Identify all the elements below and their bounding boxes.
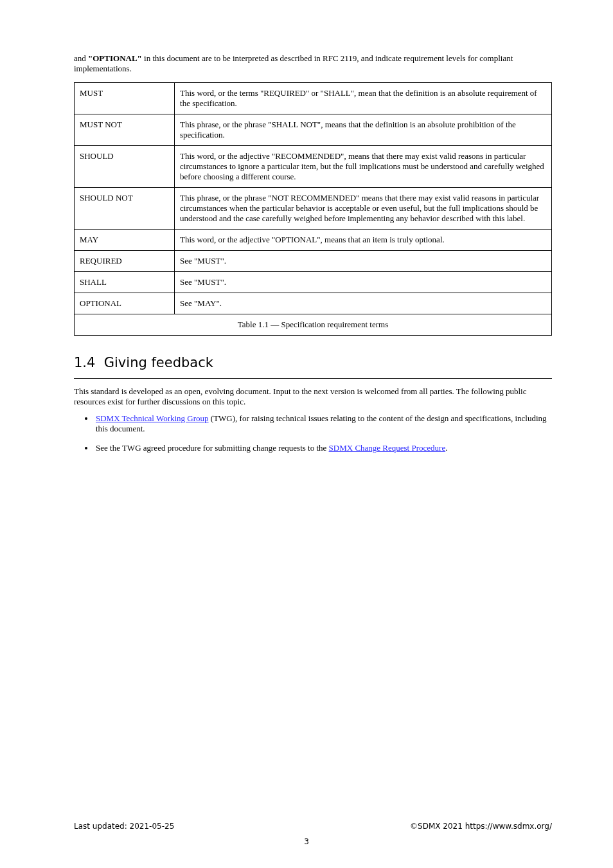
feedback-intro: This standard is developed as an open, e… [74,386,552,407]
term-cell: SHALL [75,272,175,293]
section-number: 1.4 [74,355,95,370]
table-row: MUST NOT This phrase, or the phrase "SHA… [75,114,552,146]
change-request-link[interactable]: SDMX Change Request Procedure [329,443,446,453]
table-row: MAY This word, or the adjective "OPTIONA… [75,230,552,251]
footer-updated: Last updated: 2021-05-25 [74,822,174,831]
table-caption: Table 1.1 — Specification requirement te… [75,314,552,336]
intro-prefix: and [74,53,88,63]
term-cell: MUST [75,83,175,114]
table-caption-row: Table 1.1 — Specification requirement te… [75,314,552,336]
page-number: 3 [0,837,613,846]
term-cell: OPTIONAL [75,293,175,314]
desc-cell: This word, or the terms "REQUIRED" or "S… [175,83,552,114]
table-row: SHOULD This word, or the adjective "RECO… [75,146,552,188]
desc-cell: This word, or the adjective "RECOMMENDED… [175,146,552,188]
section-heading: 1.4 Giving feedback [74,355,552,370]
section-title-text: Giving feedback [104,355,213,370]
feedback-list: SDMX Technical Working Group (TWG), for … [94,413,552,453]
intro-bold: "OPTIONAL" [88,53,142,63]
requirements-table: MUST This word, or the terms "REQUIRED" … [74,82,552,336]
desc-cell: This phrase, or the phrase "NOT RECOMMEN… [175,188,552,230]
desc-cell: See "MAY". [175,293,552,314]
desc-cell: This word, or the adjective "OPTIONAL", … [175,230,552,251]
term-cell: MUST NOT [75,114,175,146]
intro-paragraph: and "OPTIONAL" in this document are to b… [74,53,552,74]
twg-link[interactable]: SDMX Technical Working Group [96,413,209,423]
term-cell: REQUIRED [75,251,175,272]
li2-pre: See the TWG agreed procedure for submitt… [96,443,329,453]
list-item: See the TWG agreed procedure for submitt… [94,443,552,453]
table-row: OPTIONAL See "MAY". [75,293,552,314]
table-row: REQUIRED See "MUST". [75,251,552,272]
term-cell: SHOULD [75,146,175,188]
section-rule [74,378,552,379]
desc-cell: See "MUST". [175,272,552,293]
page-footer: Last updated: 2021-05-25 ©SDMX 2021 http… [74,822,552,831]
table-row: SHALL See "MUST". [75,272,552,293]
term-cell: MAY [75,230,175,251]
desc-cell: This phrase, or the phrase "SHALL NOT", … [175,114,552,146]
footer-copyright: ©SDMX 2021 https://www.sdmx.org/ [410,822,552,831]
desc-cell: See "MUST". [175,251,552,272]
table-row: SHOULD NOT This phrase, or the phrase "N… [75,188,552,230]
li2-post: . [445,443,447,453]
term-cell: SHOULD NOT [75,188,175,230]
table-row: MUST This word, or the terms "REQUIRED" … [75,83,552,114]
list-item: SDMX Technical Working Group (TWG), for … [94,413,552,434]
